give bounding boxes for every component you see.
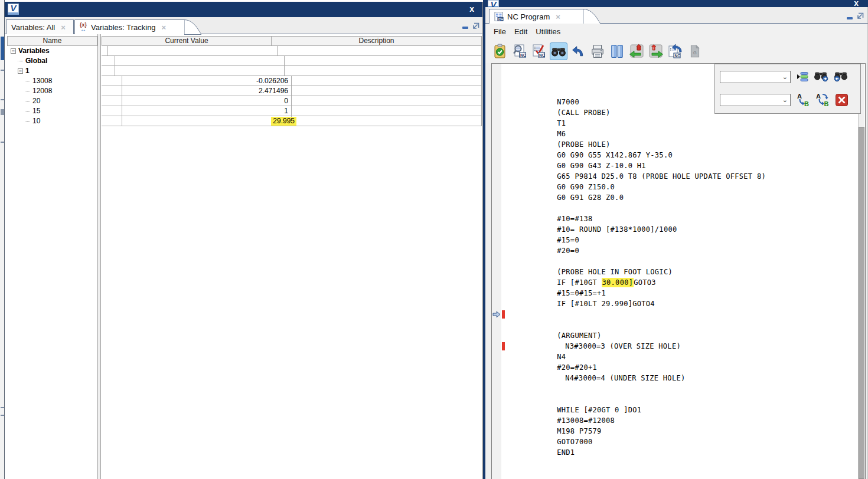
panel-minimize-button[interactable] <box>462 27 468 29</box>
menu-edit[interactable]: Edit <box>514 27 527 36</box>
goto-line-button[interactable] <box>797 71 808 82</box>
code-line[interactable]: G0 G90 G43 Z-10.0 H1 <box>492 129 865 139</box>
find-next-button[interactable] <box>814 71 828 83</box>
code-line[interactable]: IF [#10LT 29.990]GOTO4 <box>492 267 865 277</box>
code-line[interactable]: END1 <box>492 415 865 426</box>
tab-curve <box>583 9 601 24</box>
code-line[interactable]: #10=#138 <box>492 182 865 192</box>
tab-close-icon[interactable]: × <box>61 23 66 32</box>
code-line[interactable] <box>492 224 865 235</box>
chevron-down-icon[interactable]: ⌄ <box>782 73 788 81</box>
tree-row[interactable]: − Variables <box>5 46 97 56</box>
code-line[interactable]: #20=#20+1 <box>492 330 865 341</box>
vertical-scrollbar[interactable] <box>858 64 864 479</box>
column-header-current-value[interactable]: Current Value <box>102 36 272 46</box>
tree-row[interactable]: 10 <box>5 116 97 126</box>
table-row[interactable] <box>102 66 482 76</box>
file-disabled-button[interactable]: G <box>686 42 704 60</box>
code-line[interactable]: #10= ROUND [#138*1000]/1000 <box>492 192 865 203</box>
split-view-button[interactable] <box>608 42 626 60</box>
tree-row[interactable]: 13008 <box>5 76 97 86</box>
code-line[interactable]: N4 <box>492 320 865 330</box>
find-input[interactable] <box>722 72 778 82</box>
variables-window-titlebar[interactable]: V x <box>5 2 482 17</box>
search-nc-file-button[interactable]: NC <box>511 42 528 60</box>
panel-minimize-button[interactable] <box>847 17 853 19</box>
table-row[interactable] <box>102 46 482 56</box>
window-close-button[interactable]: x <box>469 5 474 13</box>
tree-row[interactable]: − 1 <box>5 66 97 76</box>
code-line[interactable]: (PROBE HOLE IN FOOT LOGIC) <box>492 235 865 245</box>
validate-clipboard-button[interactable] <box>491 42 509 60</box>
code-line[interactable] <box>492 171 865 182</box>
nc-window-titlebar[interactable]: V x <box>485 0 868 7</box>
chevron-down-icon[interactable]: ⌄ <box>782 96 788 104</box>
code-line[interactable]: G65 P9814 D25.0 T8 (PROBE HOLE UPDATE OF… <box>492 139 865 150</box>
tree-row[interactable]: 15 <box>5 106 97 116</box>
replace-input[interactable] <box>722 95 778 105</box>
tab-variables-all[interactable]: Variables: All × <box>6 19 74 34</box>
table-row[interactable]: 2.471496 <box>102 86 482 96</box>
menu-utilities[interactable]: Utilities <box>536 27 560 36</box>
find-previous-button[interactable] <box>834 71 849 83</box>
code-line[interactable] <box>492 362 865 373</box>
undo-button[interactable] <box>569 42 587 60</box>
code-line[interactable] <box>492 277 865 288</box>
code-line[interactable]: (ARGUMENT) <box>492 298 865 309</box>
code-line[interactable]: #20=0 <box>492 214 865 224</box>
window-close-button[interactable]: x <box>854 0 859 7</box>
tree-row[interactable]: Global <box>5 56 97 66</box>
menu-file[interactable]: File <box>494 27 506 36</box>
find-combobox[interactable]: ⌄ <box>720 71 791 83</box>
table-row[interactable]: 0 <box>102 96 482 106</box>
table-row[interactable]: -0.026206 <box>102 76 482 86</box>
code-line[interactable]: N3#3000=3 (OVER SIZE HOLE) <box>492 309 865 320</box>
table-row[interactable]: 29.995 <box>102 116 482 126</box>
tree-row[interactable]: 12008 <box>5 86 97 96</box>
code-line[interactable]: N4#3000=4 (UNDER SIZE HOLE) <box>492 341 865 352</box>
find-text-button[interactable] <box>550 42 567 60</box>
column-header-description[interactable]: Description <box>271 36 482 46</box>
tab-variables-tracking[interactable]: {x} ↔ Variables: Tracking × <box>74 19 185 34</box>
code-line[interactable] <box>492 288 865 298</box>
code-line[interactable]: G0 G91 G28 Z0.0 <box>492 160 865 171</box>
tree-connector <box>25 101 30 101</box>
tree-expander-icon[interactable]: − <box>11 48 16 54</box>
column-header-name[interactable]: Name <box>7 36 97 46</box>
variable-name: 10 <box>32 116 40 126</box>
code-line[interactable]: IF [#10GT 30.000]GOTO3 <box>492 245 865 256</box>
next-error-button[interactable] <box>647 42 665 60</box>
scrollbar-thumb[interactable] <box>859 127 864 479</box>
replace-all-button[interactable]: A B <box>815 93 830 107</box>
nc-code-editor[interactable]: N7000 (CALL PROBE) T1 <box>491 63 866 479</box>
tab-close-icon[interactable]: × <box>162 23 167 32</box>
find-replace-panel: ⌄ <box>714 64 861 114</box>
code-line[interactable]: WHILE [#20GT 0 ]DO1 <box>492 373 865 383</box>
panel-popout-icon[interactable] <box>856 12 864 21</box>
table-row[interactable] <box>102 56 482 66</box>
code-line[interactable]: #15=0#15=+1 <box>492 256 865 267</box>
print-button[interactable] <box>589 42 606 60</box>
tab-nc-program[interactable]: NC NC Program × <box>489 9 585 24</box>
code-line[interactable] <box>492 352 865 362</box>
table-row[interactable]: 1 <box>102 106 482 116</box>
code-line[interactable]: G0 G90 Z150.0 <box>492 150 865 160</box>
tree-expander-icon[interactable]: − <box>18 68 23 74</box>
code-line[interactable]: GOTO7000 <box>492 405 865 415</box>
code-line[interactable]: #13008=#12008 <box>492 383 865 394</box>
replace-button[interactable]: A B <box>797 93 810 107</box>
previous-error-button[interactable] <box>628 42 645 60</box>
tree-row[interactable]: 20 <box>5 96 97 106</box>
background-icon-fragment <box>1 109 4 115</box>
verify-nc-file-button[interactable]: NC <box>530 42 548 60</box>
replace-combobox[interactable]: ⌄ <box>720 94 791 106</box>
code-line[interactable]: M198 P7579 <box>492 394 865 405</box>
panel-popout-icon[interactable] <box>471 22 480 31</box>
tab-close-icon[interactable]: × <box>556 12 560 21</box>
tab-label: NC Program <box>507 12 550 21</box>
code-line[interactable]: #15=0 <box>492 203 865 214</box>
code-line[interactable]: G0 G90 G55 X142.867 Y-35.0 <box>492 118 865 129</box>
reload-nc-file-button[interactable]: NC <box>667 42 684 60</box>
close-search-button[interactable] <box>836 94 848 106</box>
replace-row: ⌄ A B A <box>715 92 860 107</box>
